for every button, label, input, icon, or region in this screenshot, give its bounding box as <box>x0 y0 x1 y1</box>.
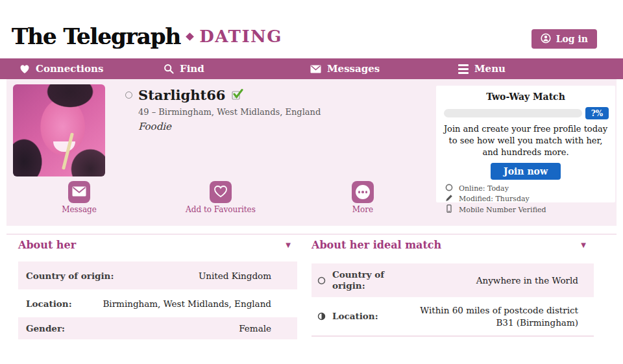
profile-tagline: Foodie <box>138 121 171 132</box>
page: The Telegraph DATING Log in Connectio <box>0 0 623 364</box>
site-logo[interactable]: The Telegraph DATING <box>12 23 282 49</box>
favourite-button[interactable] <box>210 181 232 203</box>
chevron-down-icon[interactable]: ▼ <box>286 241 291 249</box>
more-dots-icon <box>356 185 370 199</box>
match-score-badge: ?% <box>585 107 609 119</box>
action-more[interactable]: More <box>317 181 408 214</box>
row-label: Country of origin: <box>26 271 114 281</box>
nav-label: Messages <box>327 63 380 75</box>
ideal-match-section: About her ideal match ▼ Country of origi… <box>312 239 594 337</box>
match-card-title: Two-Way Match <box>436 86 615 102</box>
person-icon <box>541 33 551 45</box>
status-label: Mobile Number Verified <box>459 206 546 215</box>
row-label: Location: <box>26 298 72 309</box>
section-title: About her <box>18 239 76 251</box>
join-now-button[interactable]: Join now <box>491 163 561 180</box>
status-mobile-verified: Mobile Number Verified <box>445 204 615 215</box>
section-title: About her ideal match <box>312 239 441 251</box>
ideal-match-header: About her ideal match ▼ <box>312 239 594 253</box>
about-her-header: About her ▼ <box>18 239 297 253</box>
table-row: Location: Birmingham, West Midlands, Eng… <box>18 289 297 317</box>
nav-label: Menu <box>474 63 506 75</box>
table-row: Country of origin: United Kingdom <box>18 261 297 289</box>
circle-outline-icon <box>445 184 453 194</box>
match-progress: ?% <box>444 107 609 119</box>
action-message[interactable]: Message <box>34 181 125 214</box>
about-her-section: About her ▼ Country of origin: United Ki… <box>18 239 297 339</box>
table-row: Gender: Female <box>18 317 297 339</box>
half-circle-icon <box>317 312 326 321</box>
row-value: United Kingdom <box>199 271 297 281</box>
login-button[interactable]: Log in <box>531 29 597 49</box>
photo-art <box>53 141 75 152</box>
menu-icon <box>458 64 469 74</box>
online-status-icon <box>125 91 132 99</box>
message-button[interactable] <box>68 181 90 203</box>
nav-item-messages[interactable]: Messages <box>310 58 380 79</box>
verified-check-icon <box>231 88 243 103</box>
row-value: Anywhere in the World <box>476 274 594 287</box>
row-value: Birmingham, West Midlands, England <box>103 298 297 309</box>
telegraph-logo: The Telegraph <box>12 23 180 49</box>
about-her-rows: Country of origin: United Kingdom Locati… <box>18 261 297 339</box>
two-way-match-card: Two-Way Match ?% Join and create your fr… <box>436 86 615 202</box>
heart-outline-icon <box>214 185 228 200</box>
heart-icon <box>19 64 30 74</box>
row-label: Location: <box>332 311 395 322</box>
row-label: Country of origin: <box>332 269 395 291</box>
nav-item-find[interactable]: Find <box>164 58 204 79</box>
more-button[interactable] <box>352 181 374 203</box>
pencil-icon <box>445 194 453 204</box>
status-list: Online: Today Modified: Thursday Mobile … <box>445 184 615 215</box>
nav-item-connections[interactable]: Connections <box>19 58 103 79</box>
table-row: Country of origin: Anywhere in the World <box>312 263 594 297</box>
ideal-match-rows: Country of origin: Anywhere in the World… <box>312 263 594 337</box>
status-label: Modified: Thursday <box>459 195 530 204</box>
action-label: Add to Favourites <box>175 205 266 214</box>
nav-label: Find <box>180 63 204 75</box>
header: The Telegraph DATING Log in <box>0 0 623 58</box>
status-online: Online: Today <box>445 184 615 194</box>
table-row: Location: Within 60 miles of postcode di… <box>312 297 594 337</box>
diamond-icon <box>186 32 194 41</box>
row-value: Within 60 miles of postcode district B31… <box>406 304 594 329</box>
match-card-description: Join and create your free profile today … <box>436 123 615 158</box>
profile-photo[interactable] <box>13 84 105 176</box>
search-icon <box>164 64 174 74</box>
chevron-down-icon[interactable]: ▼ <box>581 241 586 249</box>
main-nav: Connections Find Messages Menu <box>0 58 623 79</box>
divider <box>6 234 617 235</box>
username: Starlight66 <box>138 87 225 103</box>
envelope-icon <box>310 65 321 73</box>
match-progress-bar <box>444 109 582 117</box>
nav-item-menu[interactable]: Menu <box>458 58 506 79</box>
row-label: Gender: <box>26 323 65 334</box>
nav-label: Connections <box>36 63 103 75</box>
status-label: Online: Today <box>459 184 509 193</box>
action-label: More <box>317 205 408 214</box>
action-add-to-favourites[interactable]: Add to Favourites <box>175 181 266 214</box>
envelope-icon <box>72 186 86 199</box>
login-label: Log in <box>556 34 588 44</box>
row-value: Female <box>239 323 297 334</box>
circle-outline-icon <box>317 276 326 285</box>
profile-summary-panel: Starlight66 49 – Birmingham, West Midlan… <box>6 79 617 226</box>
profile-meta: 49 – Birmingham, West Midlands, England <box>138 107 321 117</box>
dating-logo: DATING <box>199 27 282 46</box>
status-modified: Modified: Thursday <box>445 194 615 204</box>
profile-header: Starlight66 <box>125 87 243 103</box>
action-label: Message <box>34 205 125 214</box>
mobile-icon <box>445 204 453 215</box>
